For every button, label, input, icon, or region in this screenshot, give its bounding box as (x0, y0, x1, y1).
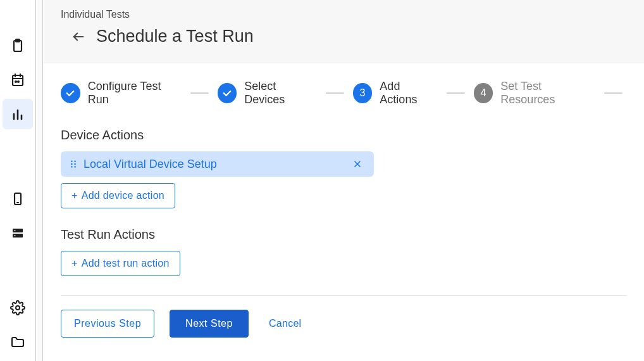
add-test-run-action-button[interactable]: + Add test run action (61, 251, 180, 276)
test-run-actions-section: Test Run Actions + Add test run action (61, 227, 626, 276)
sidebar-item-clipboard[interactable] (3, 30, 33, 61)
step-indicator-complete (218, 83, 237, 103)
svg-point-21 (71, 163, 72, 165)
step-add-actions[interactable]: 3 Add Actions (353, 80, 438, 106)
step-connector (326, 92, 344, 94)
server-icon (10, 225, 25, 241)
step-select-devices[interactable]: Select Devices (218, 80, 317, 106)
sidebar-item-settings[interactable] (3, 293, 33, 323)
stepper: Configure Test Run Select Devices 3 Add … (61, 80, 626, 106)
drag-handle-icon (69, 160, 78, 168)
step-label: Configure Test Run (88, 80, 182, 106)
svg-point-16 (14, 235, 15, 236)
breadcrumb[interactable]: Individual Tests (61, 9, 626, 20)
add-device-action-label: Add device action (82, 190, 164, 201)
add-device-action-button[interactable]: + Add device action (61, 183, 175, 208)
svg-rect-13 (13, 229, 23, 232)
step-label: Select Devices (244, 80, 316, 106)
add-test-run-action-label: Add test run action (82, 258, 170, 269)
device-action-item[interactable]: Local Virtual Device Setup (61, 151, 374, 177)
next-step-button[interactable]: Next Step (170, 310, 249, 338)
back-button[interactable] (70, 28, 87, 46)
arrow-left-icon (71, 30, 85, 44)
svg-point-20 (74, 160, 75, 162)
sidebar (0, 0, 35, 361)
page-title: Schedule a Test Run (96, 27, 254, 46)
step-label: Set Test Resources (500, 80, 595, 106)
svg-point-22 (74, 163, 75, 165)
svg-rect-2 (13, 75, 23, 86)
svg-point-15 (14, 230, 15, 231)
clipboard-icon (10, 38, 25, 53)
wizard-footer: Previous Step Next Step Cancel (61, 310, 626, 338)
step-configure-test-run[interactable]: Configure Test Run (61, 80, 182, 106)
step-label: Add Actions (380, 80, 437, 106)
remove-action-button[interactable] (350, 156, 365, 172)
svg-point-23 (71, 166, 72, 167)
step-indicator-complete (61, 83, 80, 103)
section-title: Device Actions (61, 128, 626, 142)
divider (61, 295, 626, 296)
close-icon (352, 159, 362, 169)
step-connector (447, 92, 465, 94)
resize-rail[interactable] (35, 0, 43, 361)
page-header: Individual Tests Schedule a Test Run (43, 0, 644, 63)
check-icon (221, 87, 233, 99)
plus-icon: + (71, 258, 78, 269)
cancel-button[interactable]: Cancel (264, 310, 307, 337)
sidebar-item-servers[interactable] (3, 218, 33, 248)
step-indicator-pending: 4 (474, 83, 493, 103)
device-actions-section: Device Actions Local Virtual Device Setu… (61, 128, 626, 208)
svg-point-6 (15, 81, 16, 82)
step-set-test-resources[interactable]: 4 Set Test Resources (474, 80, 596, 106)
smartphone-icon (10, 191, 25, 206)
step-connector (190, 92, 209, 94)
main-content: Individual Tests Schedule a Test Run Con… (43, 0, 644, 361)
calendar-icon (10, 72, 25, 87)
check-icon (65, 87, 76, 99)
drag-handle[interactable] (67, 160, 80, 168)
step-connector (604, 92, 622, 94)
previous-step-button[interactable]: Previous Step (61, 310, 154, 338)
section-title: Test Run Actions (61, 227, 626, 242)
svg-point-24 (74, 166, 75, 167)
svg-rect-14 (13, 234, 23, 238)
folder-icon (10, 334, 25, 350)
sidebar-item-devices[interactable] (3, 184, 33, 214)
sidebar-item-calendar[interactable] (3, 65, 33, 95)
sidebar-item-folder[interactable] (3, 327, 33, 357)
sidebar-item-analytics[interactable] (3, 99, 33, 129)
svg-point-7 (18, 81, 19, 82)
step-indicator-current: 3 (353, 83, 373, 103)
svg-point-17 (16, 306, 20, 310)
main-body: Configure Test Run Select Devices 3 Add … (43, 63, 644, 354)
svg-point-19 (71, 160, 72, 162)
gear-icon (10, 300, 25, 315)
plus-icon: + (71, 190, 78, 201)
bar-chart-icon (10, 106, 25, 122)
action-item-label: Local Virtual Device Setup (84, 158, 350, 171)
